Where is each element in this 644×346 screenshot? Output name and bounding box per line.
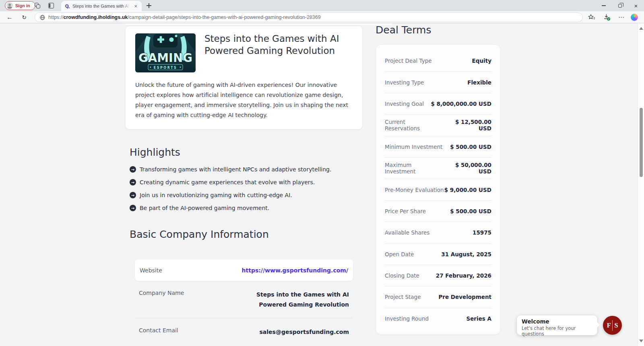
highlight-item: → Transforming games with intelligent NP… xyxy=(130,165,331,174)
scroll-down-icon[interactable] xyxy=(639,340,643,342)
deal-row: Project StagePre Development xyxy=(385,286,491,307)
chat-subtitle: Let's chat here for your questions xyxy=(522,325,592,337)
chat-badge-letter: S xyxy=(614,322,618,329)
campaign-header-card: GAMING ESPORTS Steps into the Games with… xyxy=(125,26,363,130)
highlight-item: → Creating dynamic game experiences that… xyxy=(130,178,331,187)
scrollbar-thumb[interactable] xyxy=(640,108,643,177)
address-bar[interactable]: https://crowdfunding.iholdings.uk/campai… xyxy=(35,12,583,22)
campaign-description: Unlock the future of gaming with AI-driv… xyxy=(135,80,353,120)
deal-terms-heading: Deal Terms xyxy=(376,24,431,36)
window-minimize-button[interactable] xyxy=(596,0,612,11)
logo-subword: ESPORTS xyxy=(154,66,177,70)
svg-text:Q: Q xyxy=(65,4,69,8)
arrow-right-icon: → xyxy=(130,192,136,198)
previous-card-edge xyxy=(125,23,392,25)
tab-favicon: Q xyxy=(64,3,70,9)
company-name-label: Company Name xyxy=(139,290,184,296)
arrow-right-icon: → xyxy=(130,166,136,173)
tab-layout-icon[interactable] xyxy=(48,3,54,8)
contact-email-row: Contact Email sales@gesportsfunding.com xyxy=(135,318,353,345)
website-link[interactable]: https://www.gsportsfunding.com/ xyxy=(242,267,348,274)
deal-row: Pre-Money Evaluation$ 9,000.00 USD xyxy=(385,179,491,200)
chat-title: Welcome xyxy=(522,318,592,325)
browser-tab[interactable]: Q Steps into the Games with AI Pow × xyxy=(61,1,142,11)
scroll-up-icon[interactable] xyxy=(639,27,643,30)
refresh-icon[interactable]: ↻ xyxy=(19,13,29,22)
chat-badge-letter: F xyxy=(607,322,611,329)
deal-row: Investing Goal$ 8,000,000.00 USD xyxy=(385,93,491,114)
contact-email-label: Contact Email xyxy=(139,327,178,334)
deal-row: Project Deal TypeEquity xyxy=(385,50,491,71)
website-label: Website xyxy=(140,267,162,274)
deal-row: Current Reservations$ 12,500.00 USD xyxy=(385,114,491,136)
company-info-heading: Basic Company Information xyxy=(130,229,269,240)
arrow-right-icon: → xyxy=(130,179,136,185)
highlight-item: → Join us in revolutionizing gaming with… xyxy=(130,191,331,200)
workspaces-icon[interactable] xyxy=(35,3,40,8)
page-content: GAMING ESPORTS Steps into the Games with… xyxy=(0,23,644,346)
sign-in-button[interactable]: Sign in xyxy=(5,1,35,10)
browser-titlebar: Sign in Q Steps into the Games with AI P… xyxy=(0,0,644,11)
tab-close-icon[interactable]: × xyxy=(133,3,138,9)
deal-row: Investing TypeFlexible xyxy=(385,71,491,93)
campaign-title: Steps into the Games with AI Powered Gam… xyxy=(204,33,358,57)
deal-row: Investing RoundSeries A xyxy=(385,308,491,329)
website-row: Website https://www.gsportsfunding.com/ xyxy=(135,260,353,281)
highlight-item: → Be part of the AI-powered gaming movem… xyxy=(130,204,331,212)
back-icon[interactable]: ← xyxy=(5,13,14,22)
deal-row: Maximum Investment$ 50,000.00 USD xyxy=(385,157,491,179)
deal-row: Closing Date27 February, 2026 xyxy=(385,265,491,286)
settings-menu-icon[interactable]: ⋯ xyxy=(616,13,627,22)
window-close-button[interactable]: × xyxy=(628,0,644,11)
avatar-icon xyxy=(6,2,13,9)
deal-row: Minimum Investment$ 500.00 USD xyxy=(385,136,491,157)
deal-row: Price Per Share$ 500.00 USD xyxy=(385,200,491,222)
contact-email-value: sales@gesportsfunding.com xyxy=(260,327,349,337)
arrow-right-icon: → xyxy=(130,205,136,211)
highlights-list: → Transforming games with intelligent NP… xyxy=(130,165,331,212)
chat-launcher-button[interactable]: F S xyxy=(603,316,622,335)
chat-welcome-bubble[interactable]: Welcome Let's chat here for your questio… xyxy=(517,315,597,335)
deal-row: Available Shares15975 xyxy=(385,222,491,243)
deal-row: Open Date31 August, 2025 xyxy=(385,243,491,265)
deal-terms-card: Project Deal TypeEquity Investing TypeFl… xyxy=(376,44,501,335)
globe-icon xyxy=(40,15,45,20)
downloads-icon[interactable] xyxy=(601,13,613,22)
company-info-card: Website https://www.gsportsfunding.com/ … xyxy=(129,249,359,346)
browser-toolbar: ← ↻ https://crowdfunding.iholdings.uk/ca… xyxy=(0,11,644,23)
logo-word: GAMING xyxy=(138,50,192,65)
favorites-icon[interactable] xyxy=(586,13,597,22)
window-restore-button[interactable] xyxy=(612,0,628,11)
highlights-heading: Highlights xyxy=(130,146,180,158)
url-text: https://crowdfunding.iholdings.uk/campai… xyxy=(48,14,321,20)
sign-in-label: Sign in xyxy=(15,3,30,8)
campaign-logo: GAMING ESPORTS xyxy=(135,33,196,72)
company-name-value: Steps into the Games with AI Powered Gam… xyxy=(248,290,349,310)
tab-title: Steps into the Games with AI Pow xyxy=(72,4,130,8)
new-tab-icon[interactable] xyxy=(146,2,152,9)
copilot-icon[interactable] xyxy=(629,13,640,22)
chat-badge-divider xyxy=(612,320,613,331)
vertical-scrollbar xyxy=(638,23,644,346)
company-name-row: Company Name Steps into the Games with A… xyxy=(135,281,353,318)
